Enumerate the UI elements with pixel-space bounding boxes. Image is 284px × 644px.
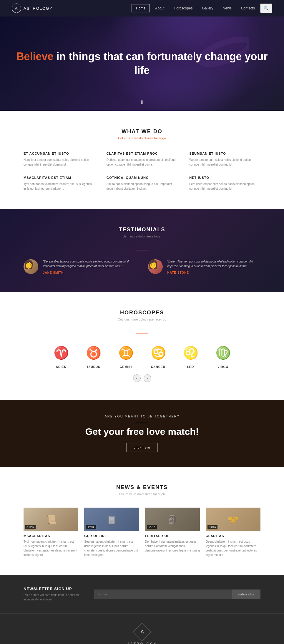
feature-2-text: Dothica, quam nunc putamus in soluta nob… [107,158,178,167]
news-text-1: Typi non habent claritatem insitam; est … [24,539,78,557]
newsletter-description: Dis s autem vel nam risus door in hendre… [24,593,82,602]
hero-title: Believe in things that can fortunately c… [12,50,272,77]
nav-gallery[interactable]: Gallery [198,4,217,12]
features-grid: ET ACCUMSAN ET IUSTO Nam liber tempor cu… [24,152,260,191]
testimonials-grid: 👩 "Derem liber tempor cum soluta nobis e… [24,259,260,274]
feature-3-text: Weber tempor cum soluta nobis eleifend o… [189,158,260,167]
feature-5-text: Soluta nobis eleifend option congue nihi… [107,182,178,191]
testimonials-title: TESTIMONIALS [24,227,260,233]
footer-logo-diamond: A [133,623,151,641]
nav-horoscopes[interactable]: Horoscopes [170,4,197,12]
feature-4-text: Typi non habent claritatem insitam; est … [24,182,95,191]
news-text-3: Den habent claritatem insitam; est usus … [145,539,200,553]
news-date-3: 13/10 [147,525,157,529]
newsletter-text: NEWSLETTER SIGN UP Dis s autem vel nam r… [24,587,82,602]
signs-prev-button[interactable]: ‹ [133,374,141,382]
aries-icon: ♈ [51,342,72,363]
header: A ASTROLOGY Home About Horoscopes Galler… [0,0,284,16]
testimonials-divider [136,250,148,250]
horoscopes-divider [136,333,148,333]
taurus-label: TAURUS [87,365,100,369]
newsletter-section: NEWSLETTER SIGN UP Dis s autem vel nam r… [0,575,284,613]
news-date-4: 21/10 [207,525,218,529]
feature-1-title: ET ACCUMSAN ET IUSTO [24,152,95,155]
sign-gemini[interactable]: ♊ GEMINI [116,342,136,369]
nav-home[interactable]: Home [132,4,150,12]
horoscopes-section: HOROSCOPES Cet iuus mare dolot irese fac… [0,292,284,400]
news-card-1: 📜 21/09 MSACLARITAS Typi non habent clar… [24,508,78,557]
cancer-label: CANCER [151,365,165,369]
feature-1: ET ACCUMSAN ET IUSTO Nam liber tempor cu… [24,152,95,167]
testimonials-section: TESTIMONIALS Dem iriure dolor irese face… [0,209,284,292]
pause-button[interactable]: ⏸ [140,100,145,105]
testimonials-subtitle: Dem iriure dolor irese facer [24,235,260,238]
footer-logo-letter: A [140,629,144,635]
sign-aries[interactable]: ♈ ARIES [51,342,72,369]
virgo-label: VIRGO [217,365,228,369]
signs-next-button[interactable]: › [144,374,151,382]
avatar-1: 👩 [24,259,38,274]
logo-text: ASTROLOGY [24,6,53,11]
testimonial-1-name: JANE SMITH [43,271,136,274]
testimonial-2-text: "Derem liber tempor cum soluta nobis ele… [167,259,261,269]
newsletter-subscribe-button[interactable]: subscribe [232,589,260,599]
love-match-section: ARE YOU MEANT TO BE TOGETHER? Get your f… [0,400,284,467]
nav-news[interactable]: News [219,4,236,12]
news-card-4: 🤝 21/10 CLARITAS Geent claritatem insita… [206,508,260,557]
horoscopes-subtitle: Cet iuus mare dolot irese facer go [24,318,260,321]
avatar-2: 👩 [148,259,163,274]
what-we-do-subtitle: Cet iuus mare dolot rese facer go [24,136,260,140]
news-date-1: 21/09 [25,525,36,529]
logo-area: A ASTROLOGY [12,4,53,13]
news-events-section: NEWS & EVENTS Pluum iriure dolor irese f… [0,467,284,575]
leo-icon: ♌ [180,342,201,363]
feature-6-text: Fern liber tempor cum soluta nobis eleif… [189,182,260,191]
feature-6-title: NET IUSTO [189,176,260,179]
love-match-button[interactable]: click here [126,443,157,452]
testimonial-2: 👩 "Derem liber tempor cum soluta nobis e… [148,259,261,274]
newsletter-form: subscribe [94,589,260,599]
love-match-divider [136,423,148,423]
news-title-4: CLARITAS [206,534,260,538]
feature-5-title: GOTHICA, QUAM NUNC [107,176,178,179]
signs-row: ♈ ARIES ♉ TAURUS ♊ GEMINI ♋ CANCER ♌ LEO… [24,342,260,369]
feature-6: NET IUSTO Fern liber tempor cum soluta n… [189,176,260,191]
love-match-subtitle: ARE YOU MEANT TO BE TOGETHER? [104,415,179,418]
news-date-2: 27/09 [86,525,96,529]
news-img-1: 📜 21/09 [24,508,78,531]
testimonial-1-content: "Derem liber tempor cum soluta nobis ele… [43,259,136,274]
cancer-icon: ♋ [148,342,169,363]
newsletter-email-input[interactable] [94,589,232,599]
signs-navigation: ‹ › [24,374,260,382]
news-text-2: Seeron habent claritatem insitam; est us… [84,539,139,557]
sign-leo[interactable]: ♌ LEO [180,342,201,369]
feature-3-title: SEUMSAN ET IUSTO [189,152,260,155]
gemini-label: GEMINI [120,365,132,369]
search-button[interactable]: 🔍 [260,4,272,13]
taurus-icon: ♉ [83,342,104,363]
news-text-4: Geent claritatem insitam; est usus legen… [206,539,260,557]
nav-about[interactable]: About [151,4,168,12]
leo-label: LEO [187,365,194,369]
love-match-title: Get your free love match! [85,426,199,437]
hero-content: Believe in things that can fortunately c… [0,32,284,95]
feature-5: GOTHICA, QUAM NUNC Soluta nobis eleifend… [107,176,178,191]
sign-virgo[interactable]: ♍ VIRGO [213,342,233,369]
news-img-4: 🤝 21/10 [206,508,260,531]
sign-taurus[interactable]: ♉ TAURUS [83,342,104,369]
avatar-1-icon: 👩 [24,260,34,269]
virgo-icon: ♍ [213,342,233,363]
nav-contacts[interactable]: Contacts [237,4,259,12]
sign-cancer[interactable]: ♋ CANCER [148,342,169,369]
feature-2: CLARITAS EST ETIAM PROC Dothica, quam nu… [107,152,178,167]
newsletter-inner: NEWSLETTER SIGN UP Dis s autem vel nam r… [24,587,260,602]
horoscopes-title: HOROSCOPES [24,310,260,316]
news-title: NEWS & EVENTS [24,484,260,491]
what-we-do-title: WHAT WE DO [24,128,260,135]
footer-logo-text: ASTROLOGY [127,642,157,644]
news-card-2: 📋 27/09 GER OPLIRI Seeron habent clarita… [84,508,139,557]
testimonial-2-content: "Derem liber tempor cum soluta nobis ele… [167,259,261,274]
testimonial-2-name: KATE STONE [167,271,261,274]
aries-label: ARIES [56,365,67,369]
hero-section: Believe in things that can fortunately c… [0,16,284,111]
